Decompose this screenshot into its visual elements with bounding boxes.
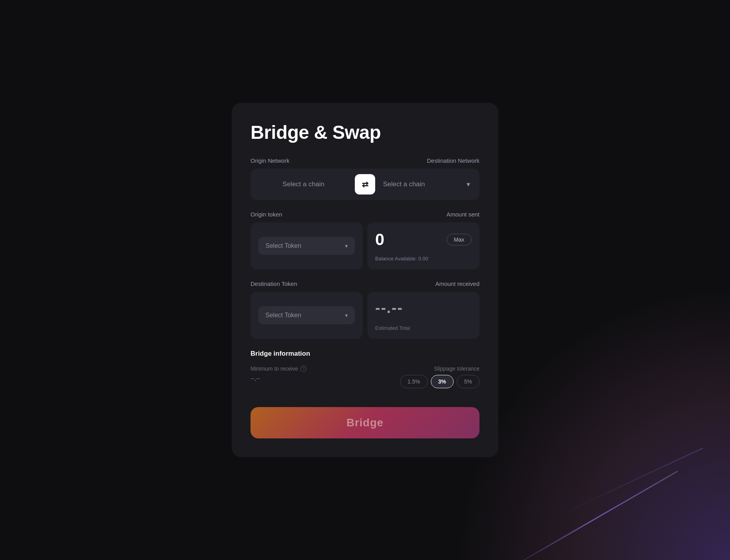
balance-label: Balance Available: [375, 256, 417, 262]
amount-received-label: Amount received [435, 280, 479, 287]
destination-chain-selector[interactable]: Select a chain ▾ [377, 180, 476, 189]
question-mark-icon[interactable]: ? [300, 365, 307, 372]
bridge-button[interactable]: Bridge [251, 407, 479, 438]
origin-network-label: Origin Network [251, 157, 289, 164]
destination-chain-text: Select a chain [383, 180, 425, 188]
destination-token-selector[interactable]: Select Token ▾ [258, 306, 355, 324]
swap-icon: ⇄ [362, 180, 369, 189]
slippage-5-button[interactable]: 5% [457, 375, 479, 388]
estimated-value-container: --.-- [375, 300, 472, 316]
network-selector-row: Select a chain ⇄ Select a chain ▾ [251, 169, 479, 200]
destination-token-labels-row: Destination Token Amount received [251, 280, 479, 287]
destination-token-text: Select Token [265, 312, 301, 319]
amount-sent-label: Amount sent [447, 211, 479, 218]
chevron-down-icon: ▾ [345, 243, 348, 249]
max-button[interactable]: Max [447, 234, 472, 245]
amount-sent-value: 0 [375, 230, 384, 249]
amount-received-panel: --.-- Estimated Total [367, 292, 479, 339]
slippage-buttons-group: 1.5% 3% 5% [400, 375, 479, 388]
origin-chain-selector[interactable]: Select a chain [254, 169, 353, 200]
chevron-down-icon: ▾ [467, 180, 470, 189]
bridge-info-title: Bridge information [251, 350, 479, 358]
bridge-info-grid: Minimum to receive ? --,-- Slippage tole… [251, 365, 479, 391]
minimum-receive-value: --,-- [251, 375, 307, 382]
origin-token-selector[interactable]: Select Token ▾ [258, 237, 355, 255]
page-title: Bridge & Swap [251, 122, 479, 143]
destination-network-label: Destination Network [427, 157, 479, 164]
bridge-information-section: Bridge information Minimum to receive ? … [251, 350, 479, 391]
swap-networks-button[interactable]: ⇄ [355, 174, 375, 195]
balance-value: 0.00 [418, 256, 428, 262]
destination-token-panel: Select Token ▾ [251, 292, 363, 339]
network-labels-row: Origin Network Destination Network [251, 157, 479, 164]
origin-chain-text: Select a chain [283, 180, 325, 188]
destination-token-amount-row: Select Token ▾ --.-- Estimated Total [251, 292, 479, 339]
slippage-label: Slippage tolerance [434, 365, 479, 372]
chevron-down-icon: ▾ [345, 312, 348, 318]
estimated-amount-value: --.-- [375, 300, 403, 316]
destination-token-label: Destination Token [251, 280, 297, 287]
origin-token-label: Origin token [251, 211, 282, 218]
amount-top-row: 0 Max [375, 230, 472, 249]
bridge-swap-card: Bridge & Swap Origin Network Destination… [232, 103, 498, 457]
origin-token-labels-row: Origin token Amount sent [251, 211, 479, 218]
estimated-total-label: Estimated Total [375, 325, 472, 331]
slippage-section: Slippage tolerance 1.5% 3% 5% [400, 365, 479, 391]
slippage-1-5-button[interactable]: 1.5% [400, 375, 428, 388]
origin-token-text: Select Token [265, 242, 301, 249]
slippage-3-button[interactable]: 3% [431, 375, 454, 388]
minimum-receive-section: Minimum to receive ? --,-- [251, 365, 307, 382]
amount-sent-panel: 0 Max Balance Available: 0.00 [367, 222, 479, 269]
balance-row: Balance Available: 0.00 [375, 256, 472, 262]
origin-token-panel: Select Token ▾ [251, 222, 363, 269]
origin-token-amount-row: Select Token ▾ 0 Max Balance Available: … [251, 222, 479, 269]
minimum-receive-label: Minimum to receive ? [251, 365, 307, 372]
